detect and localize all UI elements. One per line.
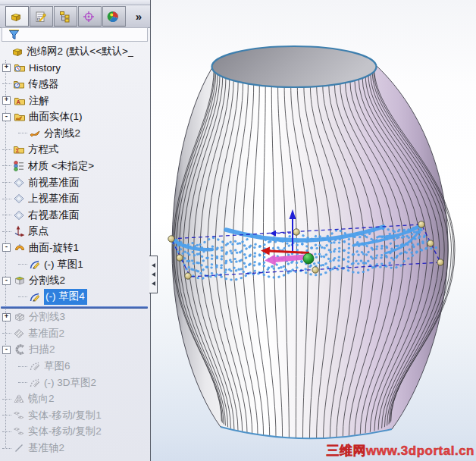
splitline-icon [14,274,26,287]
manager-tab-bar: » [0,5,150,28]
expander-minus-icon[interactable]: - [2,346,11,354]
tree-item-sensors[interactable]: 传感器 [0,76,149,93]
tree-item-mirror2[interactable]: 镜向2 [0,390,149,407]
tree-item-right-plane[interactable]: 右视基准面 [0,207,149,224]
expander-plus-icon[interactable]: + [2,96,11,105]
filter-funnel-icon[interactable] [8,29,20,41]
tree-connector [2,182,11,183]
tree-connector [2,431,11,432]
tree-item-top-plane[interactable]: 上视基准面 [0,190,149,207]
tree-item-splitline2[interactable]: -分割线2 [0,272,149,289]
origin-icon [13,225,25,237]
expand-tabs-chevron-icon[interactable]: » [136,10,142,23]
hatch-sketch-icon [29,377,41,389]
tree-item-axis2[interactable]: 基准轴2 [0,440,149,456]
sketch-icon [29,291,41,303]
tree-item-label: History [29,62,61,74]
tree-item-label: 曲面-旋转1 [29,241,79,255]
tree-item-surface-bodies[interactable]: -曲面实体(1) [0,108,149,125]
graphics-viewport[interactable]: 三维网www.3dportal.cn [151,0,476,461]
propertymanager-tab[interactable] [30,6,53,27]
folder-sensor-icon [13,78,25,90]
tree-item-equations[interactable]: Σ方程式 [0,142,149,158]
collapse-arrow-icon [149,263,155,268]
tree-item-label: 传感器 [28,77,59,91]
svg-text:Σ: Σ [16,148,20,155]
tree-connector [18,366,27,367]
tree-item-move-copy1[interactable]: 实体-移动/复制1 [0,407,149,424]
tree-connector [2,83,11,84]
tree-connector [18,133,27,133]
collapse-arrow-icon [149,281,155,286]
expander-plus-icon[interactable]: + [2,313,11,321]
panel-top-strip [0,0,150,5]
tree-item-front-plane[interactable]: 前视基准面 [0,174,149,191]
tree-connector [2,149,11,150]
part-icon [11,45,23,58]
tree-item-sketch4[interactable]: (-) 草图4 [0,289,149,306]
configurationmanager-tab[interactable] [54,6,77,27]
axis-icon [13,442,25,454]
tree-item-material[interactable]: 材质 <未指定> [0,158,149,174]
tree-item-label: (-) 3D草图2 [44,376,96,390]
panel-splitter-handle[interactable] [149,256,158,293]
tree-item-sketch1[interactable]: (-) 草图1 [0,256,149,273]
expander-minus-icon[interactable]: - [2,277,11,285]
tree-item-3d-sketch2[interactable]: (-) 3D草图2 [0,375,149,391]
tree-item-label: 镜向2 [28,392,55,406]
sketch-icon [29,259,41,271]
tree-item-label: 分割线2 [44,127,80,140]
folder-surface-icon [14,111,26,123]
expander-minus-icon[interactable]: - [2,243,11,252]
tree-item-move-copy2[interactable]: 实体-移动/复制2 [0,424,149,441]
viewport-3d-scene[interactable] [151,0,476,461]
tree-item-origin[interactable]: 原点 [0,224,149,240]
tree-item-label: 扫描2 [29,343,55,356]
rollback-bar-line [1,306,148,309]
feature-tree: 泡绵网2 (默认<<默认>_+History传感器+A注解-曲面实体(1)分割线… [0,43,149,461]
featuremanager-tab[interactable] [5,6,29,27]
tree-connector [2,333,11,334]
plane-icon [13,177,25,189]
tree-item-label: 注解 [29,94,49,108]
tree-item-sketch6[interactable]: 草图6 [0,358,149,375]
tree-filter-bar[interactable] [2,27,148,42]
folder-eq-icon: Σ [13,143,25,155]
tree-item-label: 方程式 [28,143,59,156]
surf-revolve-icon [14,242,26,254]
triad-origin-sphere [303,253,314,264]
featuremanager-panel: » 泡绵网2 (默认<<默认>_+History传感器+A注解-曲面实体(1)分… [0,0,151,461]
solidworks-window: » 泡绵网2 (默认<<默认>_+History传感器+A注解-曲面实体(1)分… [0,0,476,461]
tree-item-label: 实体-移动/复制1 [28,409,102,422]
tree-item-sweep2[interactable]: -扫描2 [0,342,149,359]
expander-minus-icon[interactable]: - [2,113,11,121]
tree-item-label: 实体-移动/复制2 [28,425,102,438]
tree-item-label: 草图6 [44,359,70,373]
expander-plus-icon[interactable]: + [2,64,11,72]
material-icon [13,160,25,172]
tree-item-label: 前视基准面 [28,176,80,190]
tree-item-label: 曲面实体(1) [29,110,83,124]
tree-item-history[interactable]: +History [0,60,149,77]
tree-item-label: 基准轴2 [28,441,64,455]
displaymanager-tab[interactable] [102,6,126,27]
tree-item-root-part[interactable]: 泡绵网2 (默认<<默认>_ [0,43,149,60]
tree-connector [2,448,11,449]
hatch-sketch-icon [29,360,41,372]
tree-item-surface-body-splitline2[interactable]: 分割线2 [0,125,149,142]
tree-item-surface-revolve1[interactable]: -曲面-旋转1 [0,240,149,256]
tree-item-splitline3[interactable]: +分割线3 [0,309,149,326]
top-opening[interactable] [212,46,377,87]
tree-item-annotations[interactable]: +A注解 [0,93,149,109]
hatch-move-icon [13,425,25,437]
tree-item-label: (-) 草图1 [44,258,83,271]
dimxpertmanager-tab[interactable] [78,6,102,27]
tree-item-plane2[interactable]: 基准面2 [0,325,149,342]
tree-item-label: 分割线2 [29,274,65,287]
tree-item-label: 泡绵网2 (默认<<默认>_ [27,45,133,58]
property-icon [34,11,46,23]
folder-annot-icon: A [14,95,26,107]
tree-item-partial-row[interactable] [0,456,149,461]
tree-item-label: 右视基准面 [28,209,80,222]
surface-body-icon [29,127,41,140]
